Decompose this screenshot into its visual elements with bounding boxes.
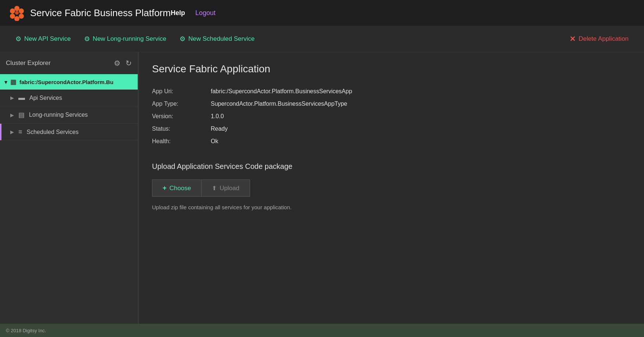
- health-value: Ok: [211, 138, 218, 145]
- upload-buttons-group: + Choose ⬆ Upload: [152, 180, 631, 197]
- help-link[interactable]: Help: [171, 9, 185, 17]
- svg-point-4: [10, 14, 15, 19]
- new-longrunning-service-button[interactable]: ⚙ New Long-running Service: [77, 31, 173, 47]
- header-nav: Help Logout: [171, 9, 216, 17]
- status-label: Status:: [152, 126, 211, 132]
- appuri-value: fabric:/SupercondActor.Platform.Business…: [211, 88, 352, 95]
- upload-label: Upload: [220, 185, 239, 192]
- status-value: Ready: [211, 126, 228, 132]
- sidebar-header-icons: ⚙ ↻: [114, 59, 132, 68]
- longrunning-services-label: Long-running Services: [29, 112, 88, 118]
- page-title: Service Fabric Application: [152, 63, 631, 75]
- version-label: Version:: [152, 113, 211, 120]
- app-info-table: App Uri: fabric:/SupercondActor.Platform…: [152, 85, 631, 148]
- logout-link[interactable]: Logout: [195, 9, 216, 17]
- new-api-label: New API Service: [24, 35, 71, 43]
- info-row-version: Version: 1.0.0: [152, 110, 631, 123]
- svg-point-3: [14, 16, 19, 21]
- new-scheduled-label: New Scheduled Service: [188, 35, 254, 43]
- new-api-service-button[interactable]: ⚙ New API Service: [9, 31, 77, 47]
- main-layout: Cluster Explorer ⚙ ↻ ▾ ▦ fabric:/Superco…: [0, 52, 644, 324]
- svg-point-2: [19, 14, 24, 19]
- sidebar-item-api-services[interactable]: ▶ ▬ Api Services: [0, 90, 138, 106]
- delete-app-label: Delete Application: [579, 35, 629, 43]
- apptype-value: SupercondActor.Platform.BusinessServices…: [211, 101, 347, 107]
- api-services-icon: ▬: [18, 94, 25, 102]
- header: Service Fabric Business Platform Help Lo…: [0, 0, 644, 26]
- info-row-apptype: App Type: SupercondActor.Platform.Busine…: [152, 98, 631, 110]
- logo-area: Service Fabric Business Platform: [9, 5, 171, 21]
- new-scheduled-service-button[interactable]: ⚙ New Scheduled Service: [173, 31, 261, 47]
- collapse-arrow-icon: ▾: [4, 79, 7, 86]
- info-row-health: Health: Ok: [152, 135, 631, 148]
- main-content: Service Fabric Application App Uri: fabr…: [139, 52, 644, 324]
- sidebar-settings-button[interactable]: ⚙: [114, 59, 120, 68]
- sidebar-root-item[interactable]: ▾ ▦ fabric:/SupercondActor.Platform.Bu: [0, 74, 138, 90]
- delete-application-button[interactable]: ✕ Delete Application: [563, 31, 635, 47]
- app-logo-icon: [9, 5, 25, 21]
- sidebar-item-longrunning-services[interactable]: ▶ ▤ Long-running Services: [0, 106, 138, 124]
- chevron-right-icon-scheduled: ▶: [10, 129, 14, 135]
- new-longrunning-label: New Long-running Service: [93, 35, 166, 43]
- plus-icon: +: [163, 184, 167, 192]
- sidebar-refresh-button[interactable]: ↻: [126, 59, 132, 68]
- longrunning-services-icon: ▤: [18, 111, 25, 119]
- toolbar: ⚙ New API Service ⚙ New Long-running Ser…: [0, 26, 644, 52]
- upload-hint-text: Upload zip file containing all services …: [152, 204, 631, 210]
- chevron-right-icon-longrunning: ▶: [10, 112, 14, 118]
- info-row-appuri: App Uri: fabric:/SupercondActor.Platform…: [152, 85, 631, 98]
- gear-icon-api: ⚙: [15, 35, 21, 43]
- svg-point-0: [14, 6, 19, 11]
- x-icon: ✕: [569, 35, 576, 43]
- upload-section-title: Upload Application Services Code package: [152, 159, 631, 171]
- apptype-label: App Type:: [152, 101, 211, 107]
- sidebar-item-scheduled-services[interactable]: ▶ ≡ Scheduled Services: [0, 124, 138, 141]
- footer: © 2018 Digitsy Inc.: [0, 324, 644, 337]
- gear-icon-longrunning: ⚙: [84, 35, 90, 43]
- gear-icon-scheduled: ⚙: [180, 35, 185, 43]
- scheduled-services-icon: ≡: [18, 128, 22, 136]
- svg-point-6: [15, 11, 19, 15]
- sidebar-title: Cluster Explorer: [6, 59, 51, 67]
- choose-label: Choose: [170, 185, 191, 192]
- chevron-right-icon-api: ▶: [10, 95, 14, 101]
- grid-icon: ▦: [10, 78, 17, 86]
- scheduled-services-label: Scheduled Services: [27, 129, 79, 135]
- info-row-status: Status: Ready: [152, 123, 631, 135]
- svg-point-5: [10, 8, 15, 14]
- footer-copyright: © 2018 Digitsy Inc.: [6, 328, 46, 333]
- app-title: Service Fabric Business Platform: [30, 7, 171, 19]
- sidebar-root-label: fabric:/SupercondActor.Platform.Bu: [19, 79, 113, 85]
- choose-button[interactable]: + Choose: [152, 180, 201, 197]
- sidebar: Cluster Explorer ⚙ ↻ ▾ ▦ fabric:/Superco…: [0, 52, 139, 324]
- health-label: Health:: [152, 138, 211, 145]
- sidebar-header: Cluster Explorer ⚙ ↻: [0, 52, 138, 74]
- version-value: 1.0.0: [211, 113, 224, 120]
- upload-arrow-icon: ⬆: [212, 185, 217, 192]
- svg-point-1: [19, 8, 24, 14]
- api-services-label: Api Services: [29, 95, 62, 101]
- appuri-label: App Uri:: [152, 88, 211, 95]
- upload-button[interactable]: ⬆ Upload: [201, 180, 250, 197]
